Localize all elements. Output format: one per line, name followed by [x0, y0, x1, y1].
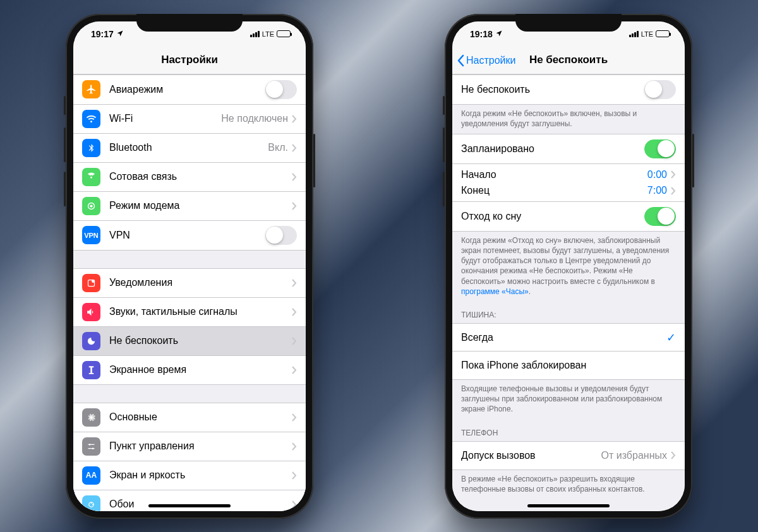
battery-icon	[656, 30, 670, 37]
status-time: 19:17	[91, 29, 114, 39]
settings-row-general[interactable]: Основные	[73, 403, 306, 432]
settings-row-hotspot[interactable]: Режим модема	[73, 192, 306, 221]
row-label: Уведомления	[109, 277, 292, 288]
chevron-icon	[292, 308, 297, 316]
chevron-icon	[671, 451, 676, 459]
settings-row-display[interactable]: AAЭкран и яркость	[73, 461, 306, 490]
settings-row-bluetooth[interactable]: BluetoothВкл.	[73, 134, 306, 163]
row-label: Экран и яркость	[109, 470, 292, 481]
chevron-icon	[671, 170, 676, 179]
location-icon	[495, 29, 503, 39]
chevron-icon	[671, 187, 676, 195]
settings-list[interactable]: АвиарежимWi-FiНе подключенBluetoothВкл.С…	[73, 74, 306, 511]
row-label: Основные	[109, 411, 292, 423]
screentime-icon	[82, 361, 100, 379]
settings-row-vpn[interactable]: VPNVPN	[73, 221, 306, 250]
battery-icon	[277, 30, 291, 37]
vpn-icon: VPN	[82, 226, 100, 244]
bluetooth-icon	[82, 139, 100, 157]
row-label: Допуск вызовов	[461, 450, 601, 461]
settings-row-notifications[interactable]: Уведомления	[73, 269, 306, 298]
svg-point-10	[91, 502, 92, 504]
row-label: VPN	[109, 230, 265, 241]
settings-row-dnd[interactable]: Не беспокоить	[73, 327, 306, 356]
chevron-icon	[292, 115, 297, 123]
row-label: Всегда	[461, 332, 666, 343]
silence-locked-row[interactable]: Пока iPhone заблокирован	[452, 352, 685, 379]
row-label: Bluetooth	[109, 142, 268, 153]
scheduled-row[interactable]: Запланировано	[452, 134, 685, 164]
phone-header: ТЕЛЕФОН	[452, 420, 685, 441]
to-row[interactable]: Конец 7:00	[452, 183, 685, 202]
row-label: Режим модема	[109, 200, 292, 211]
settings-row-sounds[interactable]: Звуки, тактильные сигналы	[73, 298, 306, 327]
toggle[interactable]	[265, 80, 297, 99]
scheduled-toggle[interactable]	[644, 139, 676, 158]
signal-icon	[250, 31, 260, 37]
chevron-icon	[292, 471, 297, 480]
chevron-icon	[292, 279, 297, 287]
check-icon: ✓	[666, 331, 676, 345]
chevron-icon	[292, 442, 297, 451]
home-indicator[interactable]	[527, 504, 610, 507]
row-label: Сотовая связь	[109, 171, 292, 182]
row-value: От избранных	[601, 450, 667, 461]
row-value: 0:00	[647, 169, 667, 180]
location-icon	[116, 29, 124, 39]
chevron-icon	[292, 500, 297, 509]
dnd-toggle-row[interactable]: Не беспокоить	[452, 75, 685, 104]
settings-row-screentime[interactable]: Экранное время	[73, 356, 306, 384]
phone-right: 19:18 LTE Настройки Не беспокоить Не бес	[445, 14, 692, 519]
clock-app-link[interactable]: программе «Часы»	[461, 287, 529, 296]
back-label: Настройки	[466, 55, 515, 66]
settings-row-controlcenter[interactable]: Пункт управления	[73, 432, 306, 461]
display-icon: AA	[82, 466, 100, 485]
row-label: Начало	[461, 169, 647, 180]
row-label: Не беспокоить	[109, 335, 292, 346]
silence-header: ТИШИНА:	[452, 302, 685, 323]
row-label: Wi-Fi	[109, 113, 221, 124]
bedtime-toggle[interactable]	[644, 207, 676, 226]
cellular-icon	[82, 168, 100, 186]
dnd-footer: Когда режим «Не беспокоить» включен, выз…	[452, 105, 685, 134]
silence-always-row[interactable]: Всегда ✓	[452, 324, 685, 352]
settings-row-cellular[interactable]: Сотовая связь	[73, 163, 306, 192]
settings-row-wallpaper[interactable]: Обои	[73, 490, 306, 511]
status-time: 19:18	[470, 29, 493, 39]
airplane-icon	[82, 80, 100, 98]
dnd-settings[interactable]: Не беспокоить Когда режим «Не беспокоить…	[452, 74, 685, 511]
chevron-icon	[292, 173, 297, 181]
hotspot-icon	[82, 197, 100, 215]
notifications-icon	[82, 274, 100, 292]
allow-calls-row[interactable]: Допуск вызовов От избранных	[452, 442, 685, 470]
nav-title: Настройки	[161, 54, 218, 66]
dnd-toggle[interactable]	[644, 80, 676, 99]
status-carrier: LTE	[641, 30, 653, 38]
bedtime-row[interactable]: Отход ко сну	[452, 202, 685, 231]
home-indicator[interactable]	[148, 504, 231, 507]
toggle[interactable]	[265, 226, 297, 245]
status-carrier: LTE	[262, 30, 274, 38]
svg-point-3	[92, 279, 95, 282]
row-value: 7:00	[647, 185, 667, 196]
row-value: Вкл.	[268, 142, 288, 153]
from-row[interactable]: Начало 0:00	[452, 164, 685, 183]
signal-icon	[629, 31, 639, 37]
notch	[515, 14, 622, 32]
chevron-icon	[292, 413, 297, 422]
chevron-icon	[292, 366, 297, 374]
row-label: Пока iPhone заблокирован	[461, 360, 676, 371]
phone-left: 19:17 LTE Настройки АвиарежимWi-FiНе под…	[66, 14, 313, 519]
allow-calls-footer: В режиме «Не беспокоить» разрешить входя…	[452, 470, 685, 499]
row-value: Не подключен	[221, 113, 288, 124]
chevron-icon	[292, 144, 297, 152]
general-icon	[82, 408, 100, 427]
settings-row-wifi[interactable]: Wi-FiНе подключен	[73, 105, 306, 134]
back-button[interactable]: Настройки	[457, 47, 515, 74]
svg-rect-8	[88, 448, 95, 449]
silence-footer: Входящие телефонные вызовы и уведомления…	[452, 380, 685, 420]
settings-row-airplane[interactable]: Авиарежим	[73, 75, 306, 105]
wallpaper-icon	[82, 495, 100, 511]
svg-point-11	[92, 504, 93, 505]
notch	[136, 14, 243, 32]
